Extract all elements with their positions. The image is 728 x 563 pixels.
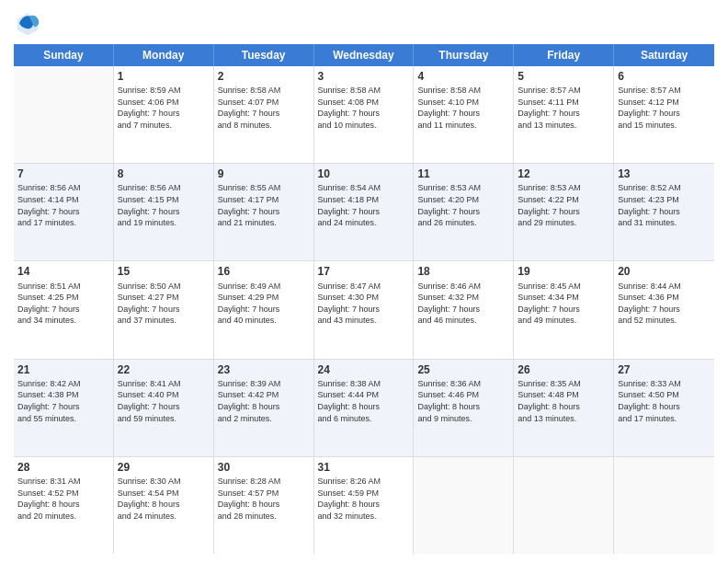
day-info: Sunrise: 8:56 AM Sunset: 4:14 PM Dayligh… xyxy=(17,182,109,228)
calendar-cell: 20Sunrise: 8:44 AM Sunset: 4:36 PM Dayli… xyxy=(614,261,714,358)
day-info: Sunrise: 8:58 AM Sunset: 4:10 PM Dayligh… xyxy=(417,85,509,131)
calendar-cell: 21Sunrise: 8:42 AM Sunset: 4:38 PM Dayli… xyxy=(14,360,114,456)
calendar-cell: 31Sunrise: 8:26 AM Sunset: 4:59 PM Dayli… xyxy=(314,457,415,554)
day-number: 6 xyxy=(618,69,711,84)
header-day-monday: Monday xyxy=(114,44,214,66)
day-info: Sunrise: 8:42 AM Sunset: 4:38 PM Dayligh… xyxy=(17,378,109,424)
day-info: Sunrise: 8:53 AM Sunset: 4:22 PM Dayligh… xyxy=(518,182,609,228)
calendar-cell: 15Sunrise: 8:50 AM Sunset: 4:27 PM Dayli… xyxy=(114,261,214,358)
calendar-cell: 5Sunrise: 8:57 AM Sunset: 4:11 PM Daylig… xyxy=(514,66,614,163)
day-number: 18 xyxy=(417,264,509,279)
day-info: Sunrise: 8:54 AM Sunset: 4:18 PM Dayligh… xyxy=(318,182,410,228)
header-day-wednesday: Wednesday xyxy=(314,44,415,66)
day-info: Sunrise: 8:46 AM Sunset: 4:32 PM Dayligh… xyxy=(417,281,509,327)
calendar-cell: 11Sunrise: 8:53 AM Sunset: 4:20 PM Dayli… xyxy=(414,164,514,260)
day-info: Sunrise: 8:47 AM Sunset: 4:30 PM Dayligh… xyxy=(318,281,410,327)
calendar-cell: 23Sunrise: 8:39 AM Sunset: 4:42 PM Dayli… xyxy=(214,360,314,456)
day-info: Sunrise: 8:35 AM Sunset: 4:48 PM Dayligh… xyxy=(518,378,609,424)
calendar-week-4: 21Sunrise: 8:42 AM Sunset: 4:38 PM Dayli… xyxy=(14,360,714,457)
calendar-week-5: 28Sunrise: 8:31 AM Sunset: 4:52 PM Dayli… xyxy=(14,457,714,554)
day-info: Sunrise: 8:45 AM Sunset: 4:34 PM Dayligh… xyxy=(518,281,609,327)
calendar-cell: 12Sunrise: 8:53 AM Sunset: 4:22 PM Dayli… xyxy=(514,164,614,260)
calendar-cell: 18Sunrise: 8:46 AM Sunset: 4:32 PM Dayli… xyxy=(414,261,514,358)
day-number: 21 xyxy=(17,362,109,377)
day-number: 13 xyxy=(618,167,711,181)
day-info: Sunrise: 8:51 AM Sunset: 4:25 PM Dayligh… xyxy=(17,281,109,327)
day-number: 1 xyxy=(118,69,210,84)
day-number: 29 xyxy=(118,460,210,475)
calendar-cell: 24Sunrise: 8:38 AM Sunset: 4:44 PM Dayli… xyxy=(314,360,415,456)
calendar-cell: 26Sunrise: 8:35 AM Sunset: 4:48 PM Dayli… xyxy=(514,360,614,456)
calendar-cell: 22Sunrise: 8:41 AM Sunset: 4:40 PM Dayli… xyxy=(114,360,214,456)
day-info: Sunrise: 8:28 AM Sunset: 4:57 PM Dayligh… xyxy=(218,476,310,522)
day-number: 10 xyxy=(318,167,410,181)
calendar-cell xyxy=(514,457,614,554)
day-info: Sunrise: 8:58 AM Sunset: 4:07 PM Dayligh… xyxy=(218,85,310,131)
logo xyxy=(14,9,45,37)
day-info: Sunrise: 8:52 AM Sunset: 4:23 PM Dayligh… xyxy=(618,182,711,228)
header-day-thursday: Thursday xyxy=(414,44,514,66)
day-info: Sunrise: 8:39 AM Sunset: 4:42 PM Dayligh… xyxy=(218,378,310,424)
day-number: 23 xyxy=(218,362,310,377)
calendar-cell: 14Sunrise: 8:51 AM Sunset: 4:25 PM Dayli… xyxy=(14,261,114,358)
calendar-week-1: 1Sunrise: 8:59 AM Sunset: 4:06 PM Daylig… xyxy=(14,66,714,164)
day-number: 8 xyxy=(118,167,210,181)
day-number: 19 xyxy=(518,264,609,279)
page: SundayMondayTuesdayWednesdayThursdayFrid… xyxy=(0,0,728,563)
day-number: 12 xyxy=(518,167,609,181)
day-info: Sunrise: 8:26 AM Sunset: 4:59 PM Dayligh… xyxy=(318,476,410,522)
day-number: 9 xyxy=(218,167,310,181)
calendar-week-3: 14Sunrise: 8:51 AM Sunset: 4:25 PM Dayli… xyxy=(14,261,714,359)
day-info: Sunrise: 8:36 AM Sunset: 4:46 PM Dayligh… xyxy=(417,378,509,424)
calendar-cell: 9Sunrise: 8:55 AM Sunset: 4:17 PM Daylig… xyxy=(214,164,314,260)
calendar-cell: 30Sunrise: 8:28 AM Sunset: 4:57 PM Dayli… xyxy=(214,457,314,554)
day-info: Sunrise: 8:30 AM Sunset: 4:54 PM Dayligh… xyxy=(118,476,210,522)
day-info: Sunrise: 8:58 AM Sunset: 4:08 PM Dayligh… xyxy=(318,85,410,131)
calendar-cell: 8Sunrise: 8:56 AM Sunset: 4:15 PM Daylig… xyxy=(114,164,214,260)
day-number: 4 xyxy=(417,69,509,84)
calendar-cell: 25Sunrise: 8:36 AM Sunset: 4:46 PM Dayli… xyxy=(414,360,514,456)
header xyxy=(14,9,714,37)
day-number: 14 xyxy=(17,264,109,279)
calendar-cell: 16Sunrise: 8:49 AM Sunset: 4:29 PM Dayli… xyxy=(214,261,314,358)
day-number: 25 xyxy=(417,362,509,377)
day-number: 5 xyxy=(518,69,609,84)
logo-icon xyxy=(14,9,41,37)
calendar-cell xyxy=(414,457,514,554)
day-number: 7 xyxy=(17,167,109,181)
day-number: 27 xyxy=(618,362,711,377)
day-info: Sunrise: 8:57 AM Sunset: 4:12 PM Dayligh… xyxy=(618,85,711,131)
calendar-cell: 2Sunrise: 8:58 AM Sunset: 4:07 PM Daylig… xyxy=(214,66,314,163)
calendar-cell: 27Sunrise: 8:33 AM Sunset: 4:50 PM Dayli… xyxy=(614,360,714,456)
day-number: 15 xyxy=(118,264,210,279)
day-number: 16 xyxy=(218,264,310,279)
calendar-cell: 19Sunrise: 8:45 AM Sunset: 4:34 PM Dayli… xyxy=(514,261,614,358)
calendar-cell xyxy=(14,66,114,163)
day-info: Sunrise: 8:33 AM Sunset: 4:50 PM Dayligh… xyxy=(618,378,711,424)
day-number: 20 xyxy=(618,264,711,279)
calendar: SundayMondayTuesdayWednesdayThursdayFrid… xyxy=(14,44,714,554)
calendar-cell: 7Sunrise: 8:56 AM Sunset: 4:14 PM Daylig… xyxy=(14,164,114,260)
calendar-cell: 28Sunrise: 8:31 AM Sunset: 4:52 PM Dayli… xyxy=(14,457,114,554)
day-number: 2 xyxy=(218,69,310,84)
day-info: Sunrise: 8:53 AM Sunset: 4:20 PM Dayligh… xyxy=(417,182,509,228)
calendar-week-2: 7Sunrise: 8:56 AM Sunset: 4:14 PM Daylig… xyxy=(14,164,714,261)
calendar-cell: 17Sunrise: 8:47 AM Sunset: 4:30 PM Dayli… xyxy=(314,261,415,358)
day-info: Sunrise: 8:57 AM Sunset: 4:11 PM Dayligh… xyxy=(518,85,609,131)
calendar-cell: 1Sunrise: 8:59 AM Sunset: 4:06 PM Daylig… xyxy=(114,66,214,163)
day-info: Sunrise: 8:41 AM Sunset: 4:40 PM Dayligh… xyxy=(118,378,210,424)
day-info: Sunrise: 8:59 AM Sunset: 4:06 PM Dayligh… xyxy=(118,85,210,131)
day-number: 31 xyxy=(318,460,410,475)
day-number: 28 xyxy=(17,460,109,475)
calendar-header: SundayMondayTuesdayWednesdayThursdayFrid… xyxy=(14,44,714,66)
day-info: Sunrise: 8:50 AM Sunset: 4:27 PM Dayligh… xyxy=(118,281,210,327)
calendar-cell: 13Sunrise: 8:52 AM Sunset: 4:23 PM Dayli… xyxy=(614,164,714,260)
calendar-body: 1Sunrise: 8:59 AM Sunset: 4:06 PM Daylig… xyxy=(14,66,714,554)
calendar-cell: 29Sunrise: 8:30 AM Sunset: 4:54 PM Dayli… xyxy=(114,457,214,554)
calendar-cell: 6Sunrise: 8:57 AM Sunset: 4:12 PM Daylig… xyxy=(614,66,714,163)
day-number: 11 xyxy=(417,167,509,181)
calendar-cell: 3Sunrise: 8:58 AM Sunset: 4:08 PM Daylig… xyxy=(314,66,415,163)
calendar-cell: 10Sunrise: 8:54 AM Sunset: 4:18 PM Dayli… xyxy=(314,164,415,260)
day-info: Sunrise: 8:44 AM Sunset: 4:36 PM Dayligh… xyxy=(618,281,711,327)
day-info: Sunrise: 8:56 AM Sunset: 4:15 PM Dayligh… xyxy=(118,182,210,228)
